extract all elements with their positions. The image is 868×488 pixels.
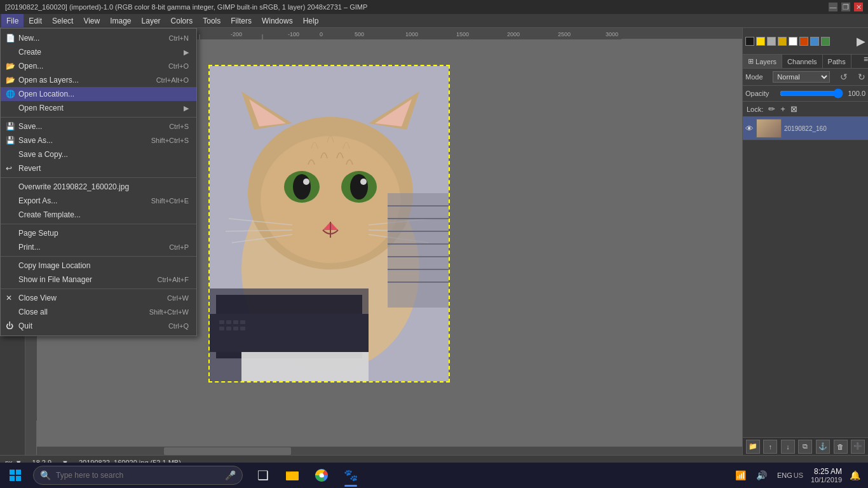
taskbar-task-view[interactable]: ❑: [249, 463, 277, 488]
file-menu-dropdown: 📄 New... Ctrl+N Create ▶ 📂 Open... Ctrl+…: [0, 28, 197, 336]
network-icon[interactable]: 📶: [733, 468, 749, 483]
raise-layer-btn[interactable]: ↑: [763, 440, 777, 454]
close-button[interactable]: ✕: [854, 3, 863, 11]
menu-save[interactable]: 💾 Save... Ctrl+S: [1, 119, 196, 133]
menu-help[interactable]: Help: [298, 14, 324, 28]
svg-point-31: [261, 136, 400, 263]
taskbar-chrome[interactable]: [308, 463, 336, 488]
layers-toolbar: 📁 ↑ ↓ ⧉ ⚓ 🗑 ➕: [743, 437, 868, 455]
menu-windows[interactable]: Windows: [257, 14, 298, 28]
svg-point-36: [303, 179, 309, 185]
svg-text:1500: 1500: [456, 31, 469, 37]
right-panel: ▶ ⊞ Layers Channels Paths ≡ Mode: [742, 28, 868, 455]
new-icon: 📄: [6, 34, 15, 43]
color-swatch[interactable]: [821, 37, 830, 46]
undo-btn[interactable]: ↺: [840, 72, 848, 82]
layer-item[interactable]: 👁 20190822_160: [743, 117, 868, 140]
svg-text:-200: -200: [231, 31, 242, 37]
menu-close-all[interactable]: Close all Shift+Ctrl+W: [1, 305, 196, 319]
menu-new[interactable]: 📄 New... Ctrl+N: [1, 31, 196, 45]
anchor-layer-btn[interactable]: ⚓: [816, 440, 830, 454]
redo-btn[interactable]: ↻: [858, 72, 865, 82]
menu-open-recent[interactable]: Open Recent ▶: [1, 101, 196, 115]
search-input[interactable]: [56, 471, 220, 480]
menu-open[interactable]: 📂 Open... Ctrl+O: [1, 59, 196, 73]
menu-create[interactable]: Create ▶: [1, 45, 196, 59]
layer-thumbnail: [756, 119, 782, 138]
menu-open-location[interactable]: 🌐 Open Location...: [1, 87, 196, 101]
cat-image[interactable]: [208, 65, 450, 383]
clock[interactable]: 8:25 AM 10/1/2019: [811, 467, 842, 484]
svg-text:0: 0: [320, 31, 323, 37]
tab-paths[interactable]: Paths: [823, 55, 851, 68]
menu-show-in-manager[interactable]: Show in File Manager Ctrl+Alt+F: [1, 273, 196, 287]
svg-point-37: [360, 179, 367, 185]
taskbar-gimp[interactable]: 🐾: [337, 463, 365, 488]
color-swatch[interactable]: [789, 37, 797, 46]
lock-alpha-btn[interactable]: +: [780, 104, 785, 114]
menu-open-as-layers[interactable]: 📂 Open as Layers... Ctrl+Alt+O: [1, 73, 196, 87]
duplicate-layer-btn[interactable]: ⧉: [798, 440, 812, 454]
tab-layers[interactable]: ⊞ Layers: [743, 55, 782, 68]
panel-menu-btn[interactable]: ≡: [864, 55, 868, 68]
expand-colors-button[interactable]: ▶: [857, 34, 865, 48]
minimize-button[interactable]: —: [829, 3, 837, 11]
opacity-label: Opacity: [745, 90, 780, 97]
menu-image[interactable]: Image: [105, 14, 136, 28]
mode-label: Mode: [745, 73, 763, 81]
color-swatch[interactable]: [799, 37, 808, 46]
opacity-row: Opacity 100.0: [743, 86, 868, 102]
taskbar-right: 📶 🔊 ENG US 8:25 AM 10/1/2019 🔔: [733, 463, 868, 488]
menu-save-as[interactable]: 💾 Save As... Shift+Ctrl+S: [1, 133, 196, 147]
opacity-slider[interactable]: [780, 88, 843, 98]
volume-icon[interactable]: 🔊: [754, 468, 770, 483]
menu-save-copy[interactable]: Save a Copy...: [1, 147, 196, 161]
menu-filters[interactable]: Filters: [226, 14, 257, 28]
menu-file[interactable]: File: [1, 14, 24, 28]
menu-page-setup[interactable]: Page Setup: [1, 226, 196, 240]
start-button[interactable]: [0, 463, 31, 488]
separator-5: [1, 288, 196, 289]
new-layer-group-btn[interactable]: 📁: [746, 440, 760, 454]
notification-icon[interactable]: 🔔: [847, 468, 863, 483]
taskbar-file-explorer[interactable]: [278, 463, 306, 488]
menu-revert[interactable]: ↩ Revert: [1, 161, 196, 175]
search-bar[interactable]: 🔍 🎤: [33, 466, 243, 485]
menu-copy-location[interactable]: Copy Image Location: [1, 259, 196, 273]
menu-print[interactable]: Print... Ctrl+P: [1, 240, 196, 254]
color-swatch[interactable]: [767, 37, 776, 46]
lock-position-btn[interactable]: ⊠: [790, 104, 797, 114]
maximize-button[interactable]: ❐: [841, 3, 850, 11]
menu-export-as[interactable]: Export As... Shift+Ctrl+E: [1, 194, 196, 208]
color-swatch[interactable]: [810, 37, 819, 46]
menu-edit[interactable]: Edit: [24, 14, 47, 28]
menu-layer[interactable]: Layer: [137, 14, 166, 28]
mic-icon[interactable]: 🎤: [225, 470, 236, 480]
menu-overwrite[interactable]: Overwrite 20190822_160020.jpg: [1, 180, 196, 194]
svg-rect-64: [233, 327, 238, 330]
menu-select[interactable]: Select: [47, 14, 78, 28]
menu-view[interactable]: View: [78, 14, 105, 28]
color-swatch[interactable]: [745, 37, 754, 46]
quit-icon: ⏻: [6, 322, 13, 330]
horizontal-scrollbar[interactable]: [37, 446, 742, 455]
menu-quit[interactable]: ⏻ Quit Ctrl+Q: [1, 319, 196, 333]
color-swatch[interactable]: [756, 37, 765, 46]
color-swatch[interactable]: [778, 37, 787, 46]
menu-create-template[interactable]: Create Template...: [1, 208, 196, 222]
menu-tools[interactable]: Tools: [198, 14, 226, 28]
lock-pixels-btn[interactable]: ✏: [768, 104, 775, 114]
menu-colors[interactable]: Colors: [166, 14, 198, 28]
tab-channels[interactable]: Channels: [782, 55, 822, 68]
opacity-value: 100.0: [843, 90, 865, 97]
new-layer-btn[interactable]: ➕: [851, 440, 865, 454]
mode-select[interactable]: Normal Dissolve Multiply: [773, 71, 830, 83]
lower-layer-btn[interactable]: ↓: [781, 440, 795, 454]
lang-label: ENG: [777, 471, 792, 479]
layer-mode-row: Mode Normal Dissolve Multiply ↺ ↻: [743, 69, 868, 86]
svg-rect-58: [219, 320, 224, 324]
delete-layer-btn[interactable]: 🗑: [834, 440, 848, 454]
menu-close-view[interactable]: ✕ Close View Ctrl+W: [1, 291, 196, 305]
svg-rect-66: [10, 470, 15, 475]
layer-visibility-toggle[interactable]: 👁: [745, 124, 754, 133]
